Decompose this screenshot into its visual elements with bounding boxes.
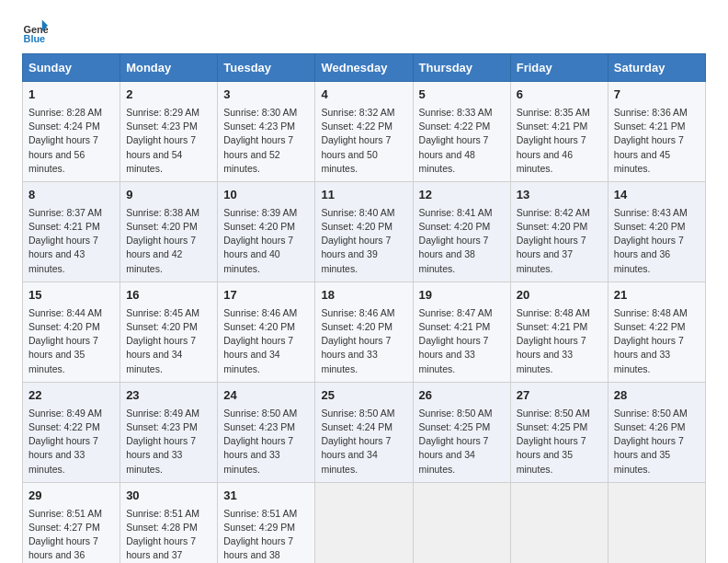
sunrise-info: Sunrise: 8:48 AM — [614, 306, 700, 320]
sunrise-info: Sunrise: 8:46 AM — [321, 306, 406, 320]
sunrise-info: Sunrise: 8:45 AM — [126, 306, 211, 320]
calendar-cell: 23Sunrise: 8:49 AMSunset: 4:23 PMDayligh… — [120, 382, 218, 482]
calendar-body: 1Sunrise: 8:28 AMSunset: 4:24 PMDaylight… — [23, 82, 706, 564]
daylight-info: Daylight hours 7 hours and 35 minutes. — [614, 434, 700, 477]
day-number: 27 — [517, 387, 602, 405]
daylight-info: Daylight hours 7 hours and 33 minutes. — [321, 334, 406, 376]
day-header-tuesday: Tuesday — [218, 54, 315, 82]
day-number: 20 — [517, 287, 602, 304]
sunrise-info: Sunrise: 8:37 AM — [28, 206, 114, 220]
sunset-info: Sunset: 4:25 PM — [419, 420, 505, 434]
calendar-cell: 10Sunrise: 8:39 AMSunset: 4:20 PMDayligh… — [218, 181, 315, 282]
daylight-info: Daylight hours 7 hours and 56 minutes. — [28, 133, 114, 176]
day-number: 16 — [126, 287, 211, 304]
sunset-info: Sunset: 4:20 PM — [126, 220, 211, 234]
daylight-info: Daylight hours 7 hours and 43 minutes. — [28, 234, 114, 276]
daylight-info: Daylight hours 7 hours and 34 minutes. — [321, 434, 406, 477]
calendar-cell: 3Sunrise: 8:30 AMSunset: 4:23 PMDaylight… — [218, 82, 315, 182]
day-number: 8 — [28, 187, 114, 204]
page-header: General Blue — [22, 18, 706, 44]
sunset-info: Sunset: 4:22 PM — [28, 420, 114, 434]
calendar-cell: 14Sunrise: 8:43 AMSunset: 4:20 PMDayligh… — [608, 181, 705, 282]
day-header-monday: Monday — [120, 54, 218, 82]
sunset-info: Sunset: 4:22 PM — [419, 120, 505, 133]
calendar-cell: 26Sunrise: 8:50 AMSunset: 4:25 PMDayligh… — [413, 382, 510, 482]
calendar-week-1: 1Sunrise: 8:28 AMSunset: 4:24 PMDaylight… — [23, 82, 706, 182]
calendar-cell: 9Sunrise: 8:38 AMSunset: 4:20 PMDaylight… — [120, 181, 218, 282]
calendar-cell: 11Sunrise: 8:40 AMSunset: 4:20 PMDayligh… — [315, 181, 413, 282]
sunset-info: Sunset: 4:20 PM — [223, 320, 309, 334]
daylight-info: Daylight hours 7 hours and 50 minutes. — [321, 133, 406, 176]
sunset-info: Sunset: 4:21 PM — [517, 120, 602, 133]
calendar-cell: 19Sunrise: 8:47 AMSunset: 4:21 PMDayligh… — [413, 282, 510, 382]
daylight-info: Daylight hours 7 hours and 33 minutes. — [223, 434, 309, 477]
daylight-info: Daylight hours 7 hours and 36 minutes. — [614, 234, 700, 276]
day-number: 21 — [614, 287, 700, 304]
sunrise-info: Sunrise: 8:50 AM — [419, 407, 505, 420]
logo-icon: General Blue — [22, 18, 48, 44]
calendar-cell: 6Sunrise: 8:35 AMSunset: 4:21 PMDaylight… — [510, 82, 608, 182]
day-number: 1 — [28, 86, 114, 104]
daylight-info: Daylight hours 7 hours and 42 minutes. — [126, 234, 211, 276]
sunrise-info: Sunrise: 8:50 AM — [517, 407, 602, 420]
calendar-cell: 27Sunrise: 8:50 AMSunset: 4:25 PMDayligh… — [510, 382, 608, 482]
calendar-cell: 1Sunrise: 8:28 AMSunset: 4:24 PMDaylight… — [23, 82, 120, 182]
daylight-info: Daylight hours 7 hours and 37 minutes. — [517, 234, 602, 276]
calendar-week-3: 15Sunrise: 8:44 AMSunset: 4:20 PMDayligh… — [23, 282, 706, 382]
day-number: 2 — [126, 86, 211, 104]
day-header-wednesday: Wednesday — [315, 54, 413, 82]
sunrise-info: Sunrise: 8:33 AM — [419, 106, 505, 120]
day-number: 9 — [126, 187, 211, 204]
sunset-info: Sunset: 4:21 PM — [517, 320, 602, 334]
daylight-info: Daylight hours 7 hours and 33 minutes. — [126, 434, 211, 477]
day-number: 30 — [126, 488, 211, 505]
calendar-cell: 22Sunrise: 8:49 AMSunset: 4:22 PMDayligh… — [23, 382, 120, 482]
day-number: 18 — [321, 287, 406, 304]
calendar-cell: 25Sunrise: 8:50 AMSunset: 4:24 PMDayligh… — [315, 382, 413, 482]
day-number: 25 — [321, 387, 406, 405]
sunset-info: Sunset: 4:20 PM — [321, 320, 406, 334]
calendar-week-5: 29Sunrise: 8:51 AMSunset: 4:27 PMDayligh… — [23, 482, 706, 563]
sunset-info: Sunset: 4:22 PM — [614, 320, 700, 334]
sunrise-info: Sunrise: 8:38 AM — [126, 206, 211, 220]
daylight-info: Daylight hours 7 hours and 36 minutes. — [28, 534, 114, 563]
sunrise-info: Sunrise: 8:35 AM — [517, 106, 602, 120]
calendar-cell: 13Sunrise: 8:42 AMSunset: 4:20 PMDayligh… — [510, 181, 608, 282]
calendar-cell — [315, 482, 413, 563]
day-number: 6 — [517, 86, 602, 104]
calendar-cell — [413, 482, 510, 563]
sunset-info: Sunset: 4:23 PM — [223, 420, 309, 434]
sunset-info: Sunset: 4:25 PM — [517, 420, 602, 434]
sunrise-info: Sunrise: 8:41 AM — [419, 206, 505, 220]
sunset-info: Sunset: 4:20 PM — [126, 320, 211, 334]
calendar-cell: 21Sunrise: 8:48 AMSunset: 4:22 PMDayligh… — [608, 282, 705, 382]
day-number: 15 — [28, 287, 114, 304]
sunrise-info: Sunrise: 8:50 AM — [614, 407, 700, 420]
day-number: 5 — [419, 86, 505, 104]
sunrise-info: Sunrise: 8:51 AM — [28, 507, 114, 521]
daylight-info: Daylight hours 7 hours and 37 minutes. — [126, 534, 211, 563]
day-number: 22 — [28, 387, 114, 405]
calendar-cell — [510, 482, 608, 563]
sunset-info: Sunset: 4:28 PM — [126, 521, 211, 534]
day-number: 10 — [223, 187, 309, 204]
calendar-cell: 15Sunrise: 8:44 AMSunset: 4:20 PMDayligh… — [23, 282, 120, 382]
sunrise-info: Sunrise: 8:32 AM — [321, 106, 406, 120]
sunset-info: Sunset: 4:29 PM — [223, 521, 309, 534]
daylight-info: Daylight hours 7 hours and 48 minutes. — [419, 133, 505, 176]
day-number: 31 — [223, 488, 309, 505]
sunset-info: Sunset: 4:20 PM — [614, 220, 700, 234]
calendar-cell: 12Sunrise: 8:41 AMSunset: 4:20 PMDayligh… — [413, 181, 510, 282]
sunset-info: Sunset: 4:23 PM — [126, 120, 211, 133]
daylight-info: Daylight hours 7 hours and 33 minutes. — [28, 434, 114, 477]
sunset-info: Sunset: 4:20 PM — [517, 220, 602, 234]
sunset-info: Sunset: 4:23 PM — [126, 420, 211, 434]
daylight-info: Daylight hours 7 hours and 35 minutes. — [28, 334, 114, 376]
day-number: 14 — [614, 187, 700, 204]
day-number: 24 — [223, 387, 309, 405]
calendar-week-4: 22Sunrise: 8:49 AMSunset: 4:22 PMDayligh… — [23, 382, 706, 482]
sunrise-info: Sunrise: 8:51 AM — [223, 507, 309, 521]
daylight-info: Daylight hours 7 hours and 34 minutes. — [126, 334, 211, 376]
sunrise-info: Sunrise: 8:46 AM — [223, 306, 309, 320]
sunset-info: Sunset: 4:23 PM — [223, 120, 309, 133]
